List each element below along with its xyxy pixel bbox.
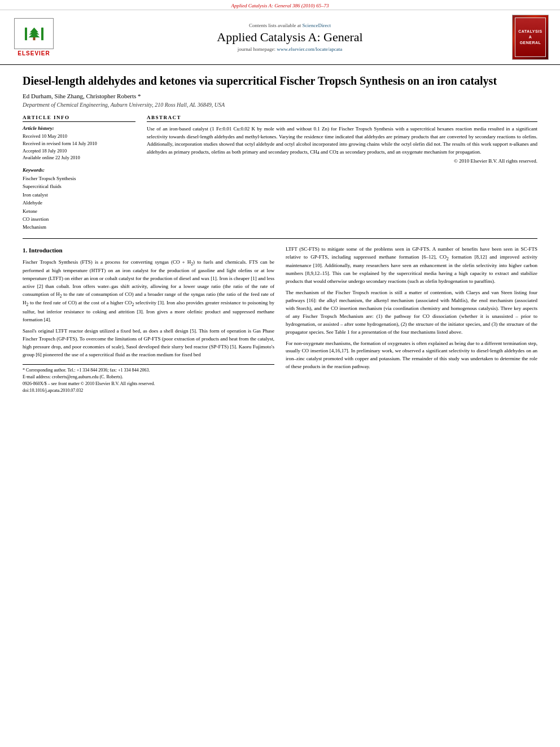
svg-rect-1 <box>25 27 27 29</box>
intro-para-4: The mechanism of the Fischer Tropsch rea… <box>286 289 537 337</box>
footnote-corresponding: * Corresponding author. Tel.: +1 334 844… <box>23 367 274 374</box>
keyword-4: Aldehyde <box>23 199 135 207</box>
contents-availability: Contents lists available at ScienceDirec… <box>68 23 512 28</box>
journal-title: Applied Catalysis A: General <box>68 30 512 45</box>
keywords-section: Keywords: Fischer Tropsch Synthesis Supe… <box>23 167 135 231</box>
received-date: Received 10 May 2010 <box>23 133 135 140</box>
body-left-column: 1. Introduction Fischer Tropsch Synthesi… <box>23 246 274 395</box>
svg-rect-2 <box>41 29 43 40</box>
journal-homepage: journal homepage: www.elsevier.com/locat… <box>68 46 512 52</box>
intro-para-3: LTFT (SC-FTS) to mitigate some of the pr… <box>286 246 537 286</box>
available-date: Available online 22 July 2010 <box>23 154 135 161</box>
authors: Ed Durham, Sihe Zhang, Christopher Rober… <box>23 93 537 99</box>
keyword-5: Ketone <box>23 207 135 215</box>
article-info-column: ARTICLE INFO Article history: Received 1… <box>23 115 135 231</box>
cover-label: CATALYSISAGENERAL <box>518 29 542 45</box>
elsevier-tree-icon <box>24 23 44 45</box>
journal-reference-bar: Applied Catalysis A: General 386 (2010) … <box>0 0 560 10</box>
cover-inner: CATALYSISAGENERAL <box>515 18 546 57</box>
article-title: Diesel-length aldehydes and ketones via … <box>23 73 537 88</box>
keyword-2: Supercritical fluids <box>23 182 135 190</box>
article-history: Article history: Received 10 May 2010 Re… <box>23 125 135 161</box>
body-right-column: LTFT (SC-FTS) to mitigate some of the pr… <box>286 246 537 395</box>
keywords-label: Keywords: <box>23 167 135 173</box>
section-divider <box>23 238 537 239</box>
journal-reference-text: Applied Catalysis A: General 386 (2010) … <box>231 3 329 8</box>
journal-header: ELSEVIER Contents lists available at Sci… <box>0 10 560 65</box>
abstract-text: Use of an iron-based catalyst (1 Fe:0.01… <box>147 125 537 156</box>
elsevier-text: ELSEVIER <box>18 50 50 56</box>
elsevier-logo: ELSEVIER <box>11 18 56 56</box>
copyright: © 2010 Elsevier B.V. All rights reserved… <box>147 158 537 164</box>
journal-homepage-link[interactable]: www.elsevier.com/locate/apcata <box>277 46 342 52</box>
accepted-date: Accepted 18 July 2010 <box>23 147 135 155</box>
footnote-issn: 0926-860X/$ – see front matter © 2010 El… <box>23 381 274 387</box>
introduction-section: 1. Introduction Fischer Tropsch Synthesi… <box>23 246 537 395</box>
footnote-email: E-mail address: croberts@eng.auburn.edu … <box>23 374 274 381</box>
history-label: Article history: <box>23 125 135 131</box>
keyword-7: Mechanism <box>23 223 135 231</box>
abstract-label: ABSTRACT <box>147 115 537 122</box>
intro-para-1: Fischer Tropsch Synthesis (FTS) is a pro… <box>23 259 274 324</box>
journal-cover-image: CATALYSISAGENERAL <box>512 15 549 60</box>
keyword-1: Fischer Tropsch Synthesis <box>23 174 135 182</box>
keyword-6: CO insertion <box>23 215 135 223</box>
article-info-abstract-section: ARTICLE INFO Article history: Received 1… <box>23 115 537 231</box>
svg-rect-3 <box>41 27 43 29</box>
svg-rect-0 <box>25 29 27 40</box>
sciencedirect-link[interactable]: ScienceDirect <box>303 23 331 28</box>
logo-box <box>14 18 54 49</box>
revised-date: Received in revised form 14 July 2010 <box>23 140 135 147</box>
affiliation: Department of Chemical Engineering, Aubu… <box>23 102 537 108</box>
footnote-area: * Corresponding author. Tel.: +1 334 844… <box>23 364 274 394</box>
keyword-3: Iron catalyst <box>23 191 135 199</box>
table-reference: Table <box>335 329 346 335</box>
article-info-label: ARTICLE INFO <box>23 115 135 122</box>
intro-para-5: For non-oxygenate mechanisms, the format… <box>286 340 537 372</box>
introduction-heading: 1. Introduction <box>23 246 274 255</box>
abstract-column: ABSTRACT Use of an iron-based catalyst (… <box>147 115 537 231</box>
intro-para-2: Sasol's original LTFT reactor design uti… <box>23 327 274 359</box>
footnote-doi: doi:10.1016/j.apcata.2010.07.032 <box>23 387 274 394</box>
main-content: Diesel-length aldehydes and ketones via … <box>0 65 560 405</box>
svg-marker-7 <box>28 32 40 37</box>
header-center: Contents lists available at ScienceDirec… <box>68 23 512 52</box>
